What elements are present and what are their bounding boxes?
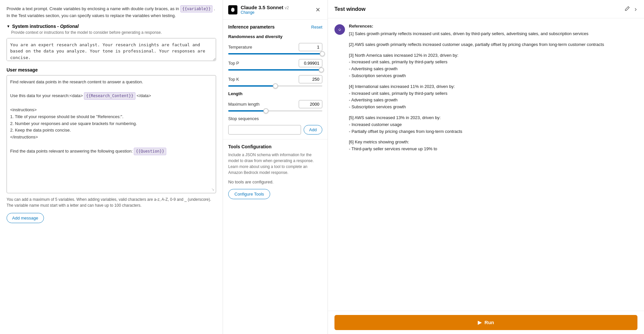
svg-point-1 — [339, 29, 341, 31]
inference-section: Inference parameters Reset Randomness an… — [223, 20, 328, 139]
max-length-input[interactable]: 2000 — [299, 100, 322, 108]
top-k-slider-fill — [228, 85, 275, 87]
reference-3: [3] North America sales increased 12% in… — [349, 52, 637, 79]
test-window-title: Test window — [334, 6, 366, 12]
temperature-param: Temperature 1 — [228, 43, 322, 54]
top-p-slider-track[interactable] — [228, 69, 322, 71]
temperature-slider-track[interactable] — [228, 53, 322, 54]
user-message-area[interactable]: Find relevant data points in the researc… — [7, 75, 216, 193]
user-message-label: User message — [7, 67, 216, 73]
system-instructions-header[interactable]: ▼ System instructions - Optional — [7, 24, 216, 29]
close-button[interactable]: ✕ — [313, 6, 322, 14]
top-p-slider-fill — [228, 69, 321, 71]
add-stop-sequence-button[interactable]: Add — [304, 125, 322, 135]
model-logo — [228, 5, 237, 14]
top-p-param: Top P 0.99901 — [228, 59, 322, 71]
model-header: Claude 3.5 Sonnet v2 Change ✕ — [223, 0, 328, 20]
response-body: References: [1] Sales growth primarily r… — [349, 24, 637, 157]
references-title: References: — [349, 24, 637, 29]
temperature-label: Temperature — [228, 45, 252, 50]
reference-2: [2] AWS sales growth primarily reflects … — [349, 41, 637, 48]
middle-panel: Claude 3.5 Sonnet v2 Change ✕ Inference … — [223, 0, 328, 334]
max-length-slider-fill — [228, 110, 266, 112]
test-window-icons: › — [624, 5, 637, 13]
max-length-slider-thumb — [263, 108, 269, 114]
model-name: Claude 3.5 Sonnet v2 — [241, 5, 289, 10]
add-message-button[interactable]: Add message — [7, 213, 44, 223]
research-content-tag: {{Research_Content}} — [84, 92, 135, 100]
top-k-label: Top K — [228, 77, 239, 82]
response-row: References: [1] Sales growth primarily r… — [334, 24, 637, 157]
test-window-content: References: [1] Sales growth primarily r… — [328, 18, 644, 311]
configure-tools-button[interactable]: Configure Tools — [228, 189, 270, 199]
temperature-slider-thumb — [320, 51, 325, 56]
no-tools-text: No tools are configured. — [228, 179, 322, 184]
system-instructions-input[interactable]: You are an expert research analyst. Your… — [7, 38, 216, 61]
model-change-link[interactable]: Change — [241, 10, 289, 15]
reference-4: [4] International sales increased 11% in… — [349, 83, 637, 111]
model-version: v2 — [285, 6, 289, 10]
reference-1: [1] Sales growth primarily reflects incr… — [349, 31, 637, 37]
system-instructions-label: System instructions - Optional — [12, 24, 79, 29]
user-message-content: Find relevant data points in the researc… — [10, 79, 212, 156]
length-section: Length Maximum length 2000 Stop sequence… — [228, 91, 322, 135]
response-avatar — [334, 24, 345, 35]
reset-button[interactable]: Reset — [311, 25, 322, 30]
max-length-label: Maximum length — [228, 102, 259, 107]
top-p-input[interactable]: 0.99901 — [299, 59, 322, 67]
test-window-header: Test window › — [328, 0, 644, 18]
stop-sequences-row: Add — [228, 125, 322, 135]
variables-info: You can add a maximum of 5 variables. Wh… — [7, 197, 216, 208]
right-panel: Test window › References: [1] Sales grow… — [328, 0, 644, 334]
reference-6: [6] Key metrics showing growth:- Third-p… — [349, 139, 637, 153]
top-k-input[interactable]: 250 — [299, 75, 322, 83]
next-icon-button[interactable]: › — [634, 5, 637, 13]
length-title: Length — [228, 91, 322, 96]
run-button[interactable]: ▶ Run — [334, 315, 637, 330]
max-length-param: Maximum length 2000 — [228, 100, 322, 112]
max-length-slider-track[interactable] — [228, 110, 322, 112]
collapse-arrow: ▼ — [7, 24, 10, 28]
question-tag: {{Question}} — [134, 148, 166, 155]
tools-config-title: Tools Configuration — [228, 144, 322, 149]
intro-text: Provide a text prompt. Create variables … — [7, 5, 216, 19]
inference-title: Inference parameters — [228, 24, 275, 30]
model-info: Claude 3.5 Sonnet v2 Change — [241, 5, 289, 15]
model-header-left: Claude 3.5 Sonnet v2 Change — [228, 5, 289, 15]
stop-sequences-input[interactable] — [228, 125, 301, 135]
inference-header: Inference parameters Reset — [228, 24, 322, 30]
top-k-param: Top K 250 — [228, 75, 322, 87]
run-button-label: ▶ Run — [478, 320, 494, 325]
edit-icon-button[interactable] — [624, 5, 631, 13]
variable-example-tag: {{variable}} — [180, 5, 213, 12]
left-panel: Provide a text prompt. Create variables … — [0, 0, 223, 334]
temperature-slider-fill — [228, 53, 322, 54]
top-k-slider-thumb — [273, 83, 278, 89]
system-instructions-subtext: Provide context or instructions for the … — [7, 30, 216, 35]
run-bar: ▶ Run — [328, 311, 644, 334]
top-p-slider-thumb — [319, 67, 324, 73]
tools-config-desc: Include a JSON schema with information f… — [228, 152, 322, 176]
top-p-label: Top P — [228, 61, 239, 66]
stop-sequences-label: Stop sequences — [228, 116, 322, 121]
reference-5: [5] AWS sales increased 13% in 2023, dri… — [349, 115, 637, 135]
tools-config-section: Tools Configuration Include a JSON schem… — [223, 139, 328, 204]
temperature-input[interactable]: 1 — [299, 43, 322, 51]
randomness-title: Randomness and diversity — [228, 34, 322, 39]
top-k-slider-track[interactable] — [228, 85, 322, 87]
